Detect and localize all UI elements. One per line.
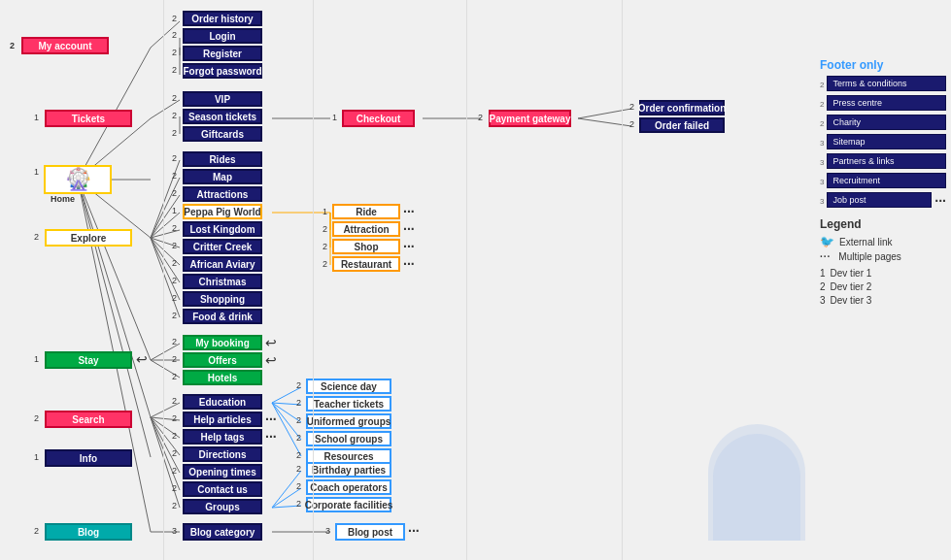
peppa-pig-world-node[interactable]: Peppa Pig World bbox=[183, 204, 262, 219]
uniformed-groups-node[interactable]: Uniformed groups bbox=[306, 413, 391, 429]
tier2-label: Dev tier 2 bbox=[831, 281, 872, 292]
help-tags-node[interactable]: Help tags bbox=[183, 429, 262, 445]
hotels-node[interactable]: Hotels bbox=[183, 370, 262, 385]
vip-node[interactable]: VIP bbox=[183, 91, 262, 107]
restaurant-dots: ··· bbox=[403, 256, 415, 272]
hotels-tier: 2 bbox=[172, 372, 177, 381]
order-history-node[interactable]: Order history bbox=[183, 11, 262, 26]
job-post-node[interactable]: Job post bbox=[827, 192, 932, 208]
restaurant-node[interactable]: Restaurant bbox=[332, 256, 400, 272]
school-groups-node[interactable]: School groups bbox=[306, 431, 391, 446]
directions-node[interactable]: Directions bbox=[183, 446, 262, 462]
vip-tier: 2 bbox=[172, 93, 177, 103]
tt-tier: 2 bbox=[296, 398, 301, 408]
lost-kingdom-node[interactable]: Lost Kingdom bbox=[183, 221, 262, 237]
giftcards-node[interactable]: Giftcards bbox=[183, 126, 262, 142]
stay-loop-icon: ↩ bbox=[136, 351, 148, 367]
oh-tier: 2 bbox=[172, 14, 177, 23]
map-node[interactable]: Map bbox=[183, 169, 262, 184]
order-failed-tier: 2 bbox=[629, 119, 634, 129]
forgot-node[interactable]: Forgot password bbox=[183, 63, 262, 79]
divider-1 bbox=[163, 0, 164, 560]
shop-dots: ··· bbox=[403, 239, 415, 254]
bc-tier: 3 bbox=[172, 526, 177, 536]
attraction-node[interactable]: Attraction bbox=[332, 221, 400, 237]
ride-node[interactable]: Ride bbox=[332, 204, 400, 219]
svg-line-40 bbox=[151, 417, 180, 473]
divider-4 bbox=[622, 0, 623, 560]
season-node[interactable]: Season tickets bbox=[183, 109, 262, 124]
my-account-tier: 2 bbox=[10, 41, 15, 50]
payment-node[interactable]: Payment gateway bbox=[489, 110, 571, 127]
christmas-node[interactable]: Christmas bbox=[183, 274, 262, 289]
stay-tier: 1 bbox=[34, 354, 39, 364]
charity-node[interactable]: Charity bbox=[827, 115, 946, 130]
cu-tier: 2 bbox=[172, 483, 177, 493]
blog-tier: 2 bbox=[34, 526, 39, 536]
edu-tier: 2 bbox=[172, 396, 177, 406]
recruitment-tier: 3 bbox=[820, 178, 824, 186]
rides-node[interactable]: Rides bbox=[183, 151, 262, 167]
tier3-label: Dev tier 3 bbox=[831, 295, 872, 306]
groups-node[interactable]: Groups bbox=[183, 499, 262, 514]
food-drink-node[interactable]: Food & drink bbox=[183, 309, 262, 324]
attractions-node[interactable]: Attractions bbox=[183, 186, 262, 202]
legend-tier2: 2 Dev tier 2 bbox=[820, 281, 946, 292]
explore-node[interactable]: Explore bbox=[45, 229, 132, 247]
education-node[interactable]: Education bbox=[183, 394, 262, 410]
info-node[interactable]: Info bbox=[45, 449, 132, 467]
multiple-pages-label: Multiple pages bbox=[838, 251, 900, 262]
ot-tier: 2 bbox=[172, 466, 177, 476]
blog-post-node[interactable]: Blog post bbox=[335, 523, 405, 541]
footer-only-panel: Footer only 2 Terms & conditions 2 Press… bbox=[820, 58, 946, 309]
contact-us-node[interactable]: Contact us bbox=[183, 481, 262, 497]
my-booking-node[interactable]: My booking bbox=[183, 335, 262, 350]
teacher-tickets-node[interactable]: Teacher tickets bbox=[306, 396, 391, 412]
explore-tier: 2 bbox=[34, 232, 39, 242]
ha-tier: 2 bbox=[172, 413, 177, 423]
science-day-node[interactable]: Science day bbox=[306, 379, 391, 394]
cc-tier: 2 bbox=[172, 241, 177, 250]
checkout-node[interactable]: Checkout bbox=[342, 110, 415, 127]
order-failed-node[interactable]: Order failed bbox=[639, 117, 725, 133]
critter-creek-node[interactable]: Critter Creek bbox=[183, 239, 262, 254]
xmas-tier: 2 bbox=[172, 276, 177, 285]
order-confirmation-node[interactable]: Order confirmation bbox=[639, 100, 725, 115]
fd-tier: 2 bbox=[172, 311, 177, 320]
press-centre-node[interactable]: Press centre bbox=[827, 95, 946, 111]
offers-node[interactable]: Offers bbox=[183, 352, 262, 368]
tickets-node[interactable]: Tickets bbox=[45, 110, 132, 127]
terms-tier: 2 bbox=[820, 81, 824, 89]
recruitment-node[interactable]: Recruitment bbox=[827, 173, 946, 188]
coach-operators-node[interactable]: Coach operators bbox=[306, 479, 391, 495]
partners-links-node[interactable]: Partners & links bbox=[827, 153, 946, 169]
login-node[interactable]: Login bbox=[183, 28, 262, 44]
home-node: 🎡 bbox=[44, 165, 112, 194]
opening-times-node[interactable]: Opening times bbox=[183, 464, 262, 479]
mb-tier: 2 bbox=[172, 337, 177, 346]
search-node[interactable]: Search bbox=[45, 411, 132, 428]
payment-tier: 2 bbox=[478, 113, 483, 122]
register-node[interactable]: Register bbox=[183, 46, 262, 61]
stay-node[interactable]: Stay bbox=[45, 351, 132, 369]
press-tier: 2 bbox=[820, 100, 824, 109]
corporate-facilities-node[interactable]: Corporate facilities bbox=[306, 497, 391, 512]
terms-node[interactable]: Terms & conditions bbox=[827, 76, 946, 91]
svg-line-17 bbox=[578, 109, 631, 118]
external-link-icon: 🐦 bbox=[820, 235, 834, 248]
african-aviary-node[interactable]: African Aviary bbox=[183, 256, 262, 272]
sitemap-node[interactable]: Sitemap bbox=[827, 134, 946, 149]
birthday-parties-node[interactable]: Birthday parties bbox=[306, 462, 391, 478]
map-tier: 2 bbox=[172, 171, 177, 181]
shopping-node[interactable]: Shopping bbox=[183, 291, 262, 307]
shop-node[interactable]: Shop bbox=[332, 239, 400, 254]
charity-tier: 2 bbox=[820, 119, 824, 128]
ht-tier: 2 bbox=[172, 431, 177, 441]
aa-tier: 2 bbox=[172, 258, 177, 268]
my-account-node[interactable]: My account bbox=[21, 37, 109, 54]
blog-category-node[interactable]: Blog category bbox=[183, 523, 262, 541]
blog-node[interactable]: Blog bbox=[45, 523, 132, 541]
help-articles-node[interactable]: Help articles bbox=[183, 412, 262, 427]
multiple-pages-icon: ··· bbox=[820, 251, 831, 262]
divider-2 bbox=[313, 0, 314, 560]
